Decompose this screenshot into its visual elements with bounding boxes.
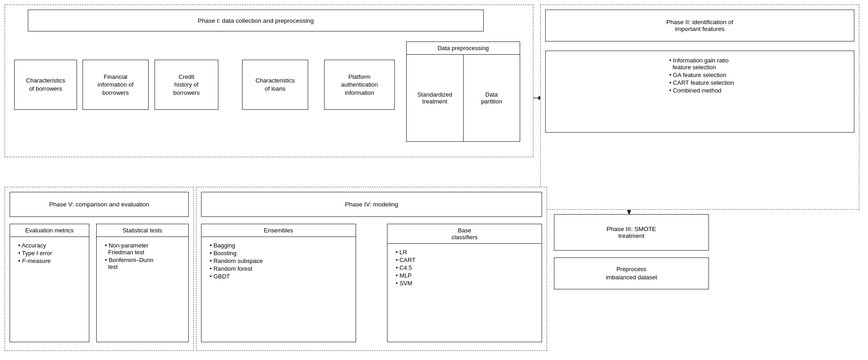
phase3-title: Phase III: SMOTEtreatment (607, 226, 656, 239)
phase2-region: Phase II: identification ofimportant fea… (540, 5, 859, 210)
base-item-5: SVM (396, 279, 537, 287)
evaluation-title: Evaluation metrics (25, 227, 73, 234)
data-partition-label: Datapartition (481, 91, 502, 105)
base-classifiers-box: Baseclassifiers LR CART C4.5 MLP SVM (387, 224, 542, 342)
ensemble-item-3: Random subspace (210, 257, 351, 265)
base-item-2: CART (396, 256, 537, 264)
statistical-list: Non-parameter Friedman test Bonferroni–D… (101, 242, 184, 271)
phase2-item-2: GA feature selection (669, 71, 734, 79)
eval-item-2: Type I error (18, 249, 84, 257)
eval-item-1: Accuracy (18, 242, 84, 249)
phase3-title-box: Phase III: SMOTEtreatment (554, 214, 709, 251)
phase1-region: Phase I: data collection and preprocessi… (5, 5, 533, 157)
credit-history-label: Credithistory ofborrowers (173, 73, 200, 97)
stat-item-1: Non-parameter Friedman test (105, 242, 184, 256)
ensembles-title: Ensembles (264, 227, 293, 234)
statistical-title: Statistical tests (123, 227, 162, 234)
base-classifiers-title: Baseclassifiers (451, 227, 477, 241)
credit-history-box: Credithistory ofborrowers (155, 60, 218, 110)
base-classifiers-list: LR CART C4.5 MLP SVM (392, 248, 537, 287)
ensemble-item-2: Boosting (210, 249, 351, 257)
phase2-list: Information gain ratio feature selection… (666, 57, 734, 94)
phase4-region: Phase IV: modeling Ensembles Bagging Boo… (196, 187, 547, 351)
char-loans-box: Characteristicsof loans (242, 60, 308, 110)
phase3-subtitle: Preprocessimbalanced dataset (606, 265, 657, 281)
diagram: Phase I: data collection and preprocessi… (0, 0, 868, 360)
ensembles-list: Bagging Boosting Random subspace Random … (206, 242, 351, 280)
phase2-item-1: Information gain ratio feature selection (669, 57, 734, 71)
phase1-title: Phase I: data collection and preprocessi… (198, 17, 314, 24)
phase2-item-3: CART feature selection (669, 79, 734, 87)
base-item-1: LR (396, 248, 537, 256)
platform-auth-label: Platformauthenticationinformation (341, 73, 378, 97)
char-borrowers-box: Characteristicsof borrowers (14, 60, 77, 110)
financial-info-label: Financialinformation ofborrowers (98, 73, 134, 97)
phase5-region: Phase V: comparison and evaluation Evalu… (5, 187, 194, 351)
ensembles-box: Ensembles Bagging Boosting Random subspa… (201, 224, 356, 342)
phase2-title-box: Phase II: identification ofimportant fea… (545, 10, 854, 41)
statistical-box: Statistical tests Non-parameter Friedman… (96, 224, 189, 342)
phase5-title: Phase V: comparison and evaluation (49, 201, 149, 208)
base-item-3: C4.5 (396, 264, 537, 272)
evaluation-list: Accuracy Type I error F-measure (15, 242, 84, 265)
phase1-title-box: Phase I: data collection and preprocessi… (28, 10, 484, 31)
char-borrowers-label: Characteristicsof borrowers (26, 77, 65, 93)
ensemble-item-5: GBDT (210, 273, 351, 280)
phase2-list-box: Information gain ratio feature selection… (545, 51, 854, 133)
eval-item-3: F-measure (18, 257, 84, 265)
phase3-subtitle-box: Preprocessimbalanced dataset (554, 257, 709, 289)
ensemble-item-4: Random forest (210, 265, 351, 273)
char-loans-label: Characteristicsof loans (256, 77, 295, 93)
base-item-4: MLP (396, 272, 537, 279)
stat-item-2: Bonferroni–Dunn test (105, 256, 184, 271)
phase4-title-box: Phase IV: modeling (201, 192, 542, 217)
platform-auth-box: Platformauthenticationinformation (324, 60, 395, 110)
phase4-title: Phase IV: modeling (345, 201, 398, 208)
financial-info-box: Financialinformation ofborrowers (83, 60, 149, 110)
data-preprocessing-title: Data preprocessing (438, 45, 489, 51)
ensemble-item-1: Bagging (210, 242, 351, 249)
standardized-label: Standardizedtreatment (417, 91, 452, 105)
phase5-title-box: Phase V: comparison and evaluation (10, 192, 189, 217)
evaluation-box: Evaluation metrics Accuracy Type I error… (10, 224, 89, 342)
phase2-title: Phase II: identification ofimportant fea… (666, 19, 733, 32)
phase2-item-4: Combined method (669, 87, 734, 94)
data-preprocessing-outer: Data preprocessing Standardizedtreatment… (406, 41, 520, 142)
